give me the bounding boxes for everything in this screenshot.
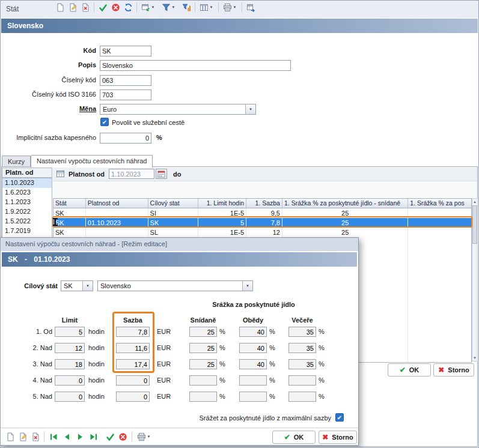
obedy-field[interactable] [239,343,267,353]
iso-kod-field[interactable] [100,89,151,100]
percent-unit: % [269,393,275,400]
obedy-field[interactable] [239,327,267,337]
list-item[interactable]: 1.10.2023 [2,178,52,188]
calendar-button[interactable] [156,169,167,179]
popis-field[interactable] [100,60,291,71]
columns-button[interactable]: ▼ [198,1,216,13]
cilovy-stat-name-select[interactable]: Slovensko ▼ [97,280,253,291]
scroll-down-icon[interactable]: ▼ [472,355,477,361]
vecere-field[interactable] [288,359,316,369]
limit-field[interactable] [55,327,85,337]
sazba-field[interactable] [116,359,150,369]
filter-graph-button[interactable] [180,1,192,13]
table-row[interactable]: SK SI 1E-5 9,5 25 [53,208,471,218]
row-label: 1. Od [5,328,52,335]
limit-field[interactable] [55,359,85,369]
chevron-down-icon[interactable]: ▼ [242,281,252,291]
vecere-field[interactable] [288,327,316,337]
delete-button[interactable] [79,1,91,13]
new-button[interactable] [54,1,66,13]
scrollbar-thumb[interactable] [472,205,477,244]
new-page-icon [56,3,65,12]
sazba-field[interactable] [116,343,150,353]
confirm-button[interactable] [97,1,109,13]
snidane-field[interactable] [189,343,217,353]
column-header[interactable]: 1. Limit hodin [198,199,246,208]
cilovy-stat-code-value: SK [64,282,82,289]
edit-button[interactable] [67,1,79,13]
platnost-od-field[interactable] [109,169,154,179]
snidane-field[interactable] [189,327,217,337]
vecere-field[interactable] [288,392,316,402]
ok-button[interactable]: ✔ OK [388,363,431,377]
vecere-field[interactable] [288,375,316,386]
export-button[interactable] [245,1,257,13]
dialog-storno-button[interactable]: ✖ Storno [319,431,357,444]
cancel-button[interactable] [117,431,129,443]
kapesne-field[interactable] [100,133,151,144]
scroll-up-icon[interactable]: ▲ [472,199,477,205]
limit-field[interactable] [55,392,85,402]
snidane-field[interactable] [189,375,217,386]
table-row-selected[interactable]: SK 01.10.2023 SK 5 7,8 25 [53,218,471,228]
dialog-storno-label: Storno [332,434,353,441]
delete-button[interactable] [29,431,41,443]
povolit-checkbox[interactable]: ✔ [100,118,109,126]
obedy-field[interactable] [239,359,267,369]
cancel-button[interactable] [109,1,121,13]
new-button[interactable] [4,431,16,443]
sazba-field[interactable] [116,375,150,386]
list-item[interactable]: 1.1.2023 [2,198,52,207]
cilovy-stat-code-select[interactable]: SK ▼ [61,280,93,291]
tab-kurzy[interactable]: Kurzy [2,156,31,167]
percent-unit: % [319,328,325,335]
list-item[interactable]: 1.9.2022 [2,207,52,217]
sazba-field[interactable] [116,392,150,402]
column-header[interactable]: Stát [53,199,86,208]
row-label: 3. Nad [5,360,52,368]
mena-select[interactable]: Euro ▼ [100,104,256,115]
lookup-button[interactable]: ▼ [139,1,157,13]
vecere-field[interactable] [288,343,316,353]
list-item[interactable]: 1.5.2022 [2,217,52,226]
copy-button[interactable] [17,431,29,443]
snidane-field[interactable] [189,392,217,402]
chevron-down-icon[interactable]: ▼ [245,104,255,114]
column-header[interactable]: Cílový stat [148,199,199,208]
chevron-down-icon: ▼ [150,5,156,9]
previous-record-button[interactable] [61,431,73,443]
filter-button[interactable]: ▼ [160,1,178,13]
filter-graph-icon [182,3,191,12]
sazba-field[interactable] [116,327,150,337]
first-record-button[interactable] [47,431,59,443]
column-header[interactable]: 1. Srážka % za poskytnuté jídlo - snídan… [282,199,408,208]
last-record-button[interactable] [87,431,99,443]
print-button[interactable]: ▼ [135,431,153,443]
chevron-down-icon[interactable]: ▼ [82,281,93,291]
grid-scrollbar[interactable]: ▲ ▼ [472,198,478,362]
snidane-field[interactable] [189,359,217,369]
dialog-ok-button[interactable]: ✔ OK [272,431,316,444]
percent-unit: % [269,360,275,368]
row-label: 5. Nad [5,393,52,400]
column-header[interactable]: Platnost od [86,199,148,208]
column-header[interactable]: 1. Sazba [246,199,282,208]
column-header[interactable]: 1. Srážka % za pos [408,199,471,208]
kod-field[interactable] [100,46,151,56]
refresh-button[interactable] [122,1,134,13]
tab-nastaveni[interactable]: Nastavení vypočtu cestovních náhrad [31,155,153,168]
obedy-field[interactable] [239,392,267,402]
list-item[interactable]: 1.6.2023 [2,188,52,198]
storno-button[interactable]: ✖ Storno [433,363,474,377]
obedy-field[interactable] [239,375,267,386]
limit-field[interactable] [55,343,85,353]
print-button[interactable]: ▼ [221,1,239,13]
next-record-button[interactable] [74,431,86,443]
table-row[interactable]: SK SL 1E-5 12 25 [53,228,471,237]
confirm-button[interactable] [104,431,116,443]
cell-srazka2 [408,208,471,218]
srazet-checkbox[interactable]: ✔ [335,413,344,422]
ciselny-kod-field[interactable] [100,75,151,86]
limit-field[interactable] [55,375,85,386]
list-item[interactable]: 1.7.2019 [2,226,52,236]
